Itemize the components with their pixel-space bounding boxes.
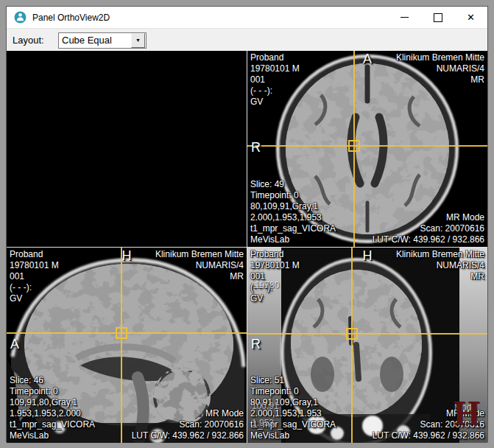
orientation-marker-head: H — [247, 248, 487, 264]
close-icon: ✕ — [467, 13, 475, 22]
crosshair-center-handle[interactable] — [346, 328, 358, 340]
screen: Panel OrthoView2D ✕ Layout: Cube Equal ▼ — [0, 0, 494, 448]
red-h-stamp: H — [454, 396, 480, 430]
ghost-text-artifact: 19780 — [255, 280, 279, 291]
ortho-view-window: Panel OrthoView2D ✕ Layout: Cube Equal ▼ — [6, 6, 488, 442]
crosshair-vertical[interactable] — [351, 248, 353, 443]
crosshair-vertical[interactable] — [121, 248, 122, 443]
viewport-coronal[interactable]: Proband19780101 M001(- - -): GV Klinikum… — [247, 248, 487, 443]
crosshair-horizontal[interactable] — [247, 333, 487, 335]
minimize-button[interactable] — [388, 7, 421, 28]
crosshair-center-handle[interactable] — [348, 140, 360, 152]
viewport-sagittal[interactable]: Proband19780101 M001(- - -): GV Klinikum… — [7, 248, 247, 443]
viewport-axial[interactable]: Proband19780101 M001(- - -): GV Klinikum… — [247, 51, 487, 247]
maximize-button[interactable] — [421, 7, 454, 28]
crosshair-horizontal[interactable] — [247, 145, 487, 147]
orientation-marker-anterior: A — [10, 336, 19, 351]
minimize-icon — [401, 17, 409, 18]
chevron-down-icon[interactable]: ▼ — [131, 33, 145, 48]
maximize-icon — [434, 13, 442, 22]
layout-label: Layout: — [13, 35, 55, 46]
orientation-marker-anterior: A — [247, 52, 487, 67]
slice-info-overlay: Slice: 46Timepoint: 0109,91,80,Gray,11.9… — [10, 375, 95, 441]
viewer-grid: Proband19780101 M001(- - -): GV Klinikum… — [7, 51, 487, 443]
mode-info-overlay: MR ModeScan: 20070616LUT C/W: 439.962 / … — [373, 212, 484, 245]
title-bar[interactable]: Panel OrthoView2D ✕ — [7, 7, 487, 28]
layout-select[interactable]: Cube Equal ▼ — [58, 32, 147, 49]
toolbar: Layout: Cube Equal ▼ — [7, 28, 487, 52]
ghost-text-artifact: 1.953 — [252, 418, 274, 429]
ghost-text-artifact: 100,91 — [252, 401, 279, 412]
orientation-marker-head: H — [7, 248, 247, 264]
close-button[interactable]: ✕ — [454, 7, 487, 28]
crosshair-center-handle[interactable] — [116, 327, 127, 339]
orientation-marker-right: R — [251, 336, 261, 351]
mode-info-overlay: MR ModeScan: 20070616LUT C/W: 439.962 / … — [132, 408, 244, 441]
slice-info-overlay: Slice: 49Timepoint: 080,109,91,Gray,12.0… — [250, 179, 336, 245]
window-title: Panel OrthoView2D — [32, 13, 110, 23]
mevislab-app-icon — [14, 11, 27, 24]
viewport-empty[interactable] — [7, 51, 247, 247]
layout-selected-value: Cube Equal — [59, 35, 112, 46]
orientation-marker-right: R — [251, 140, 261, 155]
